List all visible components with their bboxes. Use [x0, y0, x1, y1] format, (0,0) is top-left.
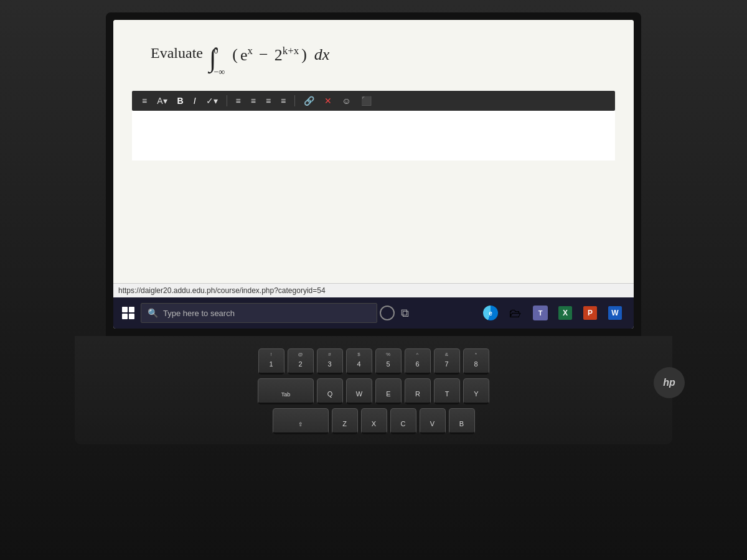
cortana-button[interactable]	[380, 306, 395, 320]
file-explorer-icon[interactable]: 🗁	[504, 302, 527, 324]
toolbar-emoji-btn[interactable]: ☺	[339, 95, 353, 107]
url-text: https://daigler20.addu.edu.ph/course/ind…	[118, 286, 326, 295]
toolbar-indent2-btn[interactable]: ≡	[278, 95, 288, 107]
teams-icon[interactable]: T	[529, 302, 552, 324]
keyboard-row-numbers: ! 1 @ 2 # 3 $ 4 % 5 ^ 6	[87, 348, 660, 375]
screen: Evaluate ∫ 0 −∞ (ex	[113, 20, 634, 329]
key-t[interactable]: T	[434, 378, 460, 404]
edge-icon[interactable]: e	[479, 302, 502, 324]
lower-limit: −∞	[214, 67, 225, 77]
excel-logo: X	[558, 306, 572, 320]
key-tab[interactable]: Tab	[258, 378, 314, 404]
toolbar-check-btn[interactable]: ✓▾	[204, 95, 220, 107]
key-r[interactable]: R	[405, 378, 431, 404]
key-b[interactable]: B	[449, 408, 475, 434]
toolbar-font-btn[interactable]: A▾	[154, 95, 169, 107]
key-3[interactable]: # 3	[317, 348, 343, 375]
integrand: (ex − 2k+x) dx	[232, 45, 329, 65]
math-expression: Evaluate ∫ 0 −∞ (ex	[151, 45, 329, 78]
powerpoint-icon[interactable]: P	[579, 302, 601, 324]
keyboard-area: ! 1 @ 2 # 3 $ 4 % 5 ^ 6	[75, 336, 672, 444]
browser-content: Evaluate ∫ 0 −∞ (ex	[113, 20, 634, 297]
toolbar-list1-btn[interactable]: ≡	[233, 95, 243, 107]
toolbar-cross-btn[interactable]: ✕	[322, 95, 334, 107]
toolbar-image-btn[interactable]: ⬛	[359, 95, 374, 107]
evaluate-label: Evaluate	[151, 45, 203, 62]
dx-term: dx	[314, 45, 330, 64]
word-icon[interactable]: W	[604, 302, 626, 324]
laptop-outer: Evaluate ∫ 0 −∞ (ex	[0, 0, 747, 560]
key-6[interactable]: ^ 6	[405, 348, 431, 375]
editor-body[interactable]	[132, 111, 615, 161]
start-button[interactable]	[116, 301, 141, 325]
key-e[interactable]: E	[375, 378, 402, 404]
upper-limit: 0	[214, 46, 225, 56]
power-term: 2k+x	[275, 45, 299, 65]
task-view-button[interactable]: ⧉	[397, 307, 413, 320]
keyboard-row-qwerty: Tab Q W E R T Y	[87, 378, 660, 404]
key-x[interactable]: X	[361, 408, 387, 434]
toolbar-separator-2	[294, 95, 295, 106]
toolbar-bold-btn[interactable]: B	[175, 95, 186, 107]
key-q[interactable]: Q	[317, 378, 343, 404]
toolbar-separator-1	[227, 95, 227, 106]
key-z[interactable]: Z	[332, 408, 358, 434]
key-4[interactable]: $ 4	[346, 348, 372, 375]
integral-group: ∫ 0 −∞	[209, 45, 225, 78]
address-bar: https://daigler20.addu.edu.ph/course/ind…	[113, 283, 634, 297]
toolbar-italic-btn[interactable]: I	[191, 95, 199, 107]
hp-logo: hp	[654, 367, 685, 398]
toolbar-link-btn[interactable]: 🔗	[301, 95, 317, 107]
editor-toolbar: ≡ A▾ B I ✓▾ ≡ ≡ ≡ ≡ 🔗 ✕ ☺ ⬛	[132, 91, 615, 111]
minus-sign: −	[259, 45, 268, 64]
key-5[interactable]: % 5	[375, 348, 402, 375]
toolbar-menu-btn[interactable]: ≡	[139, 95, 149, 107]
taskbar: 🔍 Type here to search ⧉ e	[113, 297, 634, 329]
key-w[interactable]: W	[346, 378, 372, 404]
key-7[interactable]: & 7	[434, 348, 460, 375]
key-shift-left[interactable]: ⇧	[273, 408, 329, 434]
screen-bezel: Evaluate ∫ 0 −∞ (ex	[106, 12, 641, 336]
search-icon: 🔍	[148, 308, 158, 318]
taskbar-icons: e 🗁 T X	[479, 302, 626, 324]
key-2[interactable]: @ 2	[288, 348, 314, 375]
exp-term: ex	[240, 45, 253, 65]
key-8[interactable]: * 8	[463, 348, 489, 375]
keyboard-row-bottom: ⇧ Z X C V B	[87, 408, 660, 434]
key-y[interactable]: Y	[463, 378, 489, 404]
windows-logo	[122, 307, 134, 319]
key-c[interactable]: C	[390, 408, 416, 434]
search-placeholder-text: Type here to search	[163, 309, 235, 318]
key-1[interactable]: ! 1	[258, 348, 284, 375]
search-bar[interactable]: 🔍 Type here to search	[141, 303, 377, 323]
word-logo: W	[608, 306, 622, 320]
math-container: Evaluate ∫ 0 −∞ (ex	[132, 32, 615, 91]
toolbar-list2-btn[interactable]: ≡	[248, 95, 258, 107]
powerpoint-logo: P	[583, 306, 597, 320]
excel-icon[interactable]: X	[554, 302, 576, 324]
toolbar-indent1-btn[interactable]: ≡	[263, 95, 273, 107]
key-v[interactable]: V	[420, 408, 446, 434]
